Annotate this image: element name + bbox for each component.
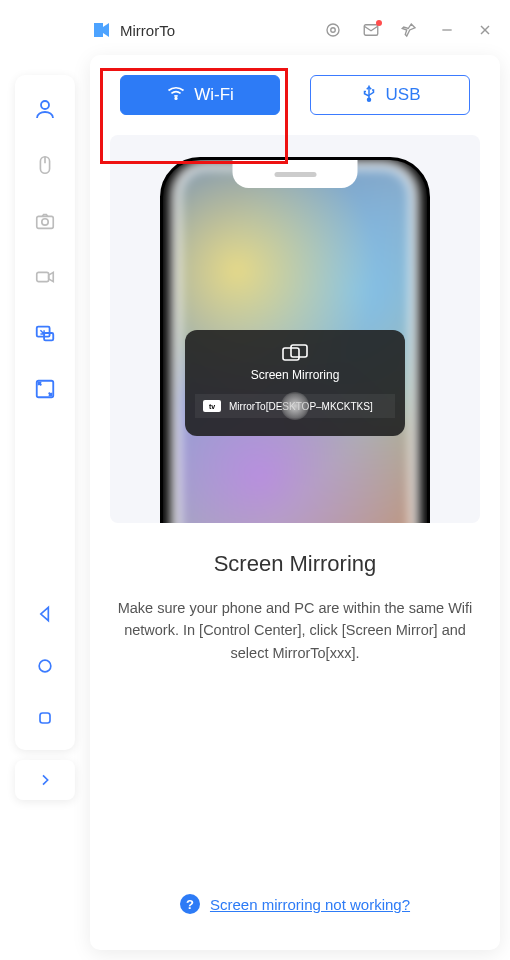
tab-wifi-label: Wi-Fi bbox=[194, 85, 234, 105]
svg-point-1 bbox=[331, 28, 336, 33]
control-center-sheet: Screen Mirroring tv MirrorTo[DESKTOP–MKC… bbox=[185, 330, 405, 436]
main-panel: Wi-Fi USB Screen Mirroring tv MirrorTo[D bbox=[90, 55, 500, 950]
recent-icon[interactable] bbox=[31, 704, 59, 732]
phone-frame: Screen Mirroring tv MirrorTo[DESKTOP–MKC… bbox=[160, 157, 430, 523]
svg-point-17 bbox=[175, 97, 177, 99]
notification-dot-icon bbox=[376, 20, 382, 26]
screen-mirroring-icon bbox=[195, 344, 395, 364]
tab-usb-label: USB bbox=[386, 85, 421, 105]
section-description: Make sure your phone and PC are within t… bbox=[90, 597, 500, 664]
mirror-target-row: tv MirrorTo[DESKTOP–MKCKTKS] bbox=[195, 394, 395, 418]
pip-icon[interactable] bbox=[31, 319, 59, 347]
touch-indicator-icon bbox=[281, 392, 309, 420]
svg-point-10 bbox=[42, 219, 48, 225]
control-sheet-title: Screen Mirroring bbox=[195, 368, 395, 382]
phone-illustration: Screen Mirroring tv MirrorTo[DESKTOP–MKC… bbox=[110, 135, 480, 523]
back-icon[interactable] bbox=[31, 600, 59, 628]
wifi-icon bbox=[166, 83, 186, 108]
mail-icon[interactable] bbox=[356, 15, 386, 45]
svg-point-18 bbox=[367, 98, 370, 101]
target-icon[interactable] bbox=[318, 15, 348, 45]
app-title: MirrorTo bbox=[120, 22, 175, 39]
help-link-text: Screen mirroring not working? bbox=[210, 896, 410, 913]
svg-point-15 bbox=[39, 660, 51, 672]
svg-rect-16 bbox=[40, 713, 50, 723]
svg-point-6 bbox=[41, 101, 49, 109]
minimize-icon[interactable] bbox=[432, 15, 462, 45]
app-logo-icon bbox=[90, 19, 112, 41]
tab-wifi[interactable]: Wi-Fi bbox=[120, 75, 280, 115]
help-link[interactable]: ? Screen mirroring not working? bbox=[180, 894, 410, 920]
svg-point-0 bbox=[327, 24, 339, 36]
sidebar bbox=[15, 75, 75, 750]
sidebar-bottom-group bbox=[31, 600, 59, 750]
pin-icon[interactable] bbox=[394, 15, 424, 45]
usb-icon bbox=[360, 84, 378, 107]
fullscreen-icon[interactable] bbox=[31, 375, 59, 403]
section-title: Screen Mirroring bbox=[214, 551, 377, 577]
titlebar: MirrorTo bbox=[90, 10, 500, 50]
close-icon[interactable] bbox=[470, 15, 500, 45]
mouse-icon[interactable] bbox=[31, 151, 59, 179]
video-icon[interactable] bbox=[31, 263, 59, 291]
phone-notch bbox=[233, 160, 358, 188]
home-icon[interactable] bbox=[31, 652, 59, 680]
svg-rect-12 bbox=[37, 327, 50, 337]
svg-rect-11 bbox=[37, 272, 49, 281]
help-icon: ? bbox=[180, 894, 200, 914]
tab-usb[interactable]: USB bbox=[310, 75, 470, 115]
camera-icon[interactable] bbox=[31, 207, 59, 235]
connection-tabs: Wi-Fi USB bbox=[90, 75, 500, 135]
expand-sidebar-button[interactable] bbox=[15, 760, 75, 800]
appletv-badge-icon: tv bbox=[203, 400, 221, 412]
profile-icon[interactable] bbox=[31, 95, 59, 123]
